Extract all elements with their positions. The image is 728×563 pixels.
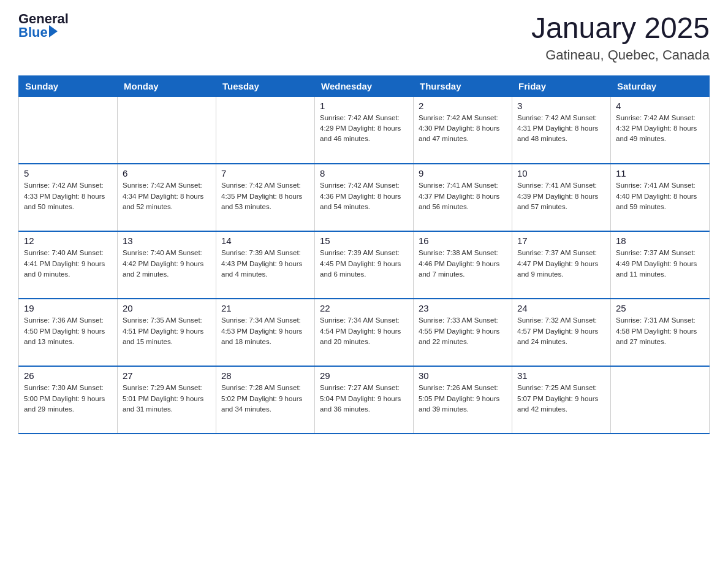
day-info: Sunrise: 7:39 AM Sunset: 4:43 PM Dayligh… (221, 248, 309, 280)
day-cell: 27Sunrise: 7:29 AM Sunset: 5:01 PM Dayli… (118, 366, 216, 434)
day-cell: 25Sunrise: 7:31 AM Sunset: 4:58 PM Dayli… (611, 299, 710, 366)
header-cell-saturday: Saturday (611, 75, 710, 96)
day-cell: 20Sunrise: 7:35 AM Sunset: 4:51 PM Dayli… (118, 299, 216, 366)
day-cell: 31Sunrise: 7:25 AM Sunset: 5:07 PM Dayli… (512, 366, 611, 434)
day-cell: 7Sunrise: 7:42 AM Sunset: 4:35 PM Daylig… (216, 164, 315, 231)
day-cell: 23Sunrise: 7:33 AM Sunset: 4:55 PM Dayli… (414, 299, 512, 366)
day-cell: 28Sunrise: 7:28 AM Sunset: 5:02 PM Dayli… (216, 366, 315, 434)
logo-blue: Blue (18, 26, 48, 39)
day-cell: 11Sunrise: 7:41 AM Sunset: 4:40 PM Dayli… (611, 164, 710, 231)
day-number: 16 (419, 236, 507, 246)
header-cell-wednesday: Wednesday (315, 75, 414, 96)
day-number: 24 (517, 303, 605, 313)
day-number: 13 (123, 236, 211, 246)
day-info: Sunrise: 7:40 AM Sunset: 4:41 PM Dayligh… (24, 248, 112, 280)
day-cell: 13Sunrise: 7:40 AM Sunset: 4:42 PM Dayli… (118, 231, 216, 299)
day-cell (216, 96, 315, 164)
day-cell: 17Sunrise: 7:37 AM Sunset: 4:47 PM Dayli… (512, 231, 611, 299)
page-header: General Blue January 2025 Gatineau, Queb… (18, 12, 710, 63)
day-number: 22 (320, 303, 408, 313)
day-number: 6 (123, 168, 211, 178)
day-number: 31 (517, 370, 605, 381)
day-number: 3 (517, 101, 605, 111)
day-info: Sunrise: 7:34 AM Sunset: 4:53 PM Dayligh… (221, 315, 309, 347)
week-row-4: 19Sunrise: 7:36 AM Sunset: 4:50 PM Dayli… (19, 299, 710, 366)
calendar-header: SundayMondayTuesdayWednesdayThursdayFrid… (19, 75, 710, 96)
day-cell: 6Sunrise: 7:42 AM Sunset: 4:34 PM Daylig… (118, 164, 216, 231)
day-cell (19, 96, 118, 164)
day-number: 1 (320, 101, 408, 111)
day-number: 17 (517, 236, 605, 246)
day-info: Sunrise: 7:39 AM Sunset: 4:45 PM Dayligh… (320, 248, 408, 280)
day-number: 20 (123, 303, 211, 313)
logo: General Blue (18, 12, 69, 39)
day-cell: 1Sunrise: 7:42 AM Sunset: 4:29 PM Daylig… (315, 96, 414, 164)
day-info: Sunrise: 7:34 AM Sunset: 4:54 PM Dayligh… (320, 315, 408, 347)
day-cell: 8Sunrise: 7:42 AM Sunset: 4:36 PM Daylig… (315, 164, 414, 231)
day-cell: 16Sunrise: 7:38 AM Sunset: 4:46 PM Dayli… (414, 231, 512, 299)
day-info: Sunrise: 7:42 AM Sunset: 4:31 PM Dayligh… (517, 113, 605, 145)
day-cell (611, 366, 710, 434)
day-cell: 4Sunrise: 7:42 AM Sunset: 4:32 PM Daylig… (611, 96, 710, 164)
day-cell: 2Sunrise: 7:42 AM Sunset: 4:30 PM Daylig… (414, 96, 512, 164)
day-info: Sunrise: 7:29 AM Sunset: 5:01 PM Dayligh… (123, 383, 211, 415)
day-number: 26 (24, 370, 112, 381)
day-info: Sunrise: 7:30 AM Sunset: 5:00 PM Dayligh… (24, 383, 112, 415)
week-row-3: 12Sunrise: 7:40 AM Sunset: 4:41 PM Dayli… (19, 231, 710, 299)
day-info: Sunrise: 7:42 AM Sunset: 4:35 PM Dayligh… (221, 180, 309, 212)
week-row-2: 5Sunrise: 7:42 AM Sunset: 4:33 PM Daylig… (19, 164, 710, 231)
day-info: Sunrise: 7:42 AM Sunset: 4:32 PM Dayligh… (616, 113, 704, 145)
day-cell: 9Sunrise: 7:41 AM Sunset: 4:37 PM Daylig… (414, 164, 512, 231)
title-area: January 2025 Gatineau, Quebec, Canada (531, 12, 710, 63)
day-cell: 10Sunrise: 7:41 AM Sunset: 4:39 PM Dayli… (512, 164, 611, 231)
header-cell-tuesday: Tuesday (216, 75, 315, 96)
day-info: Sunrise: 7:40 AM Sunset: 4:42 PM Dayligh… (123, 248, 211, 280)
day-number: 4 (616, 101, 704, 111)
day-info: Sunrise: 7:42 AM Sunset: 4:34 PM Dayligh… (123, 180, 211, 212)
day-info: Sunrise: 7:27 AM Sunset: 5:04 PM Dayligh… (320, 383, 408, 415)
day-info: Sunrise: 7:32 AM Sunset: 4:57 PM Dayligh… (517, 315, 605, 347)
day-cell: 3Sunrise: 7:42 AM Sunset: 4:31 PM Daylig… (512, 96, 611, 164)
day-number: 19 (24, 303, 112, 313)
day-info: Sunrise: 7:33 AM Sunset: 4:55 PM Dayligh… (419, 315, 507, 347)
day-number: 7 (221, 168, 309, 178)
day-info: Sunrise: 7:35 AM Sunset: 4:51 PM Dayligh… (123, 315, 211, 347)
day-number: 27 (123, 370, 211, 381)
day-number: 12 (24, 236, 112, 246)
day-info: Sunrise: 7:42 AM Sunset: 4:29 PM Dayligh… (320, 113, 408, 145)
day-number: 23 (419, 303, 507, 313)
day-info: Sunrise: 7:42 AM Sunset: 4:36 PM Dayligh… (320, 180, 408, 212)
day-number: 14 (221, 236, 309, 246)
day-info: Sunrise: 7:28 AM Sunset: 5:02 PM Dayligh… (221, 383, 309, 415)
day-info: Sunrise: 7:25 AM Sunset: 5:07 PM Dayligh… (517, 383, 605, 415)
header-cell-sunday: Sunday (19, 75, 118, 96)
header-cell-monday: Monday (118, 75, 216, 96)
header-row: SundayMondayTuesdayWednesdayThursdayFrid… (19, 75, 710, 96)
day-cell: 21Sunrise: 7:34 AM Sunset: 4:53 PM Dayli… (216, 299, 315, 366)
day-cell: 5Sunrise: 7:42 AM Sunset: 4:33 PM Daylig… (19, 164, 118, 231)
week-row-1: 1Sunrise: 7:42 AM Sunset: 4:29 PM Daylig… (19, 96, 710, 164)
day-info: Sunrise: 7:37 AM Sunset: 4:49 PM Dayligh… (616, 248, 704, 280)
day-info: Sunrise: 7:36 AM Sunset: 4:50 PM Dayligh… (24, 315, 112, 347)
day-cell: 15Sunrise: 7:39 AM Sunset: 4:45 PM Dayli… (315, 231, 414, 299)
day-number: 30 (419, 370, 507, 381)
day-number: 18 (616, 236, 704, 246)
calendar-table: SundayMondayTuesdayWednesdayThursdayFrid… (18, 75, 710, 435)
day-cell (118, 96, 216, 164)
calendar-body: 1Sunrise: 7:42 AM Sunset: 4:29 PM Daylig… (19, 96, 710, 434)
day-info: Sunrise: 7:41 AM Sunset: 4:37 PM Dayligh… (419, 180, 507, 212)
day-cell: 30Sunrise: 7:26 AM Sunset: 5:05 PM Dayli… (414, 366, 512, 434)
day-cell: 24Sunrise: 7:32 AM Sunset: 4:57 PM Dayli… (512, 299, 611, 366)
day-info: Sunrise: 7:31 AM Sunset: 4:58 PM Dayligh… (616, 315, 704, 347)
logo-text: General Blue (18, 12, 69, 39)
day-info: Sunrise: 7:37 AM Sunset: 4:47 PM Dayligh… (517, 248, 605, 280)
day-number: 29 (320, 370, 408, 381)
header-cell-thursday: Thursday (414, 75, 512, 96)
day-number: 10 (517, 168, 605, 178)
day-cell: 18Sunrise: 7:37 AM Sunset: 4:49 PM Dayli… (611, 231, 710, 299)
day-cell: 12Sunrise: 7:40 AM Sunset: 4:41 PM Dayli… (19, 231, 118, 299)
calendar-title: January 2025 (531, 12, 710, 45)
day-number: 2 (419, 101, 507, 111)
calendar-subtitle: Gatineau, Quebec, Canada (531, 47, 710, 63)
day-cell: 19Sunrise: 7:36 AM Sunset: 4:50 PM Dayli… (19, 299, 118, 366)
